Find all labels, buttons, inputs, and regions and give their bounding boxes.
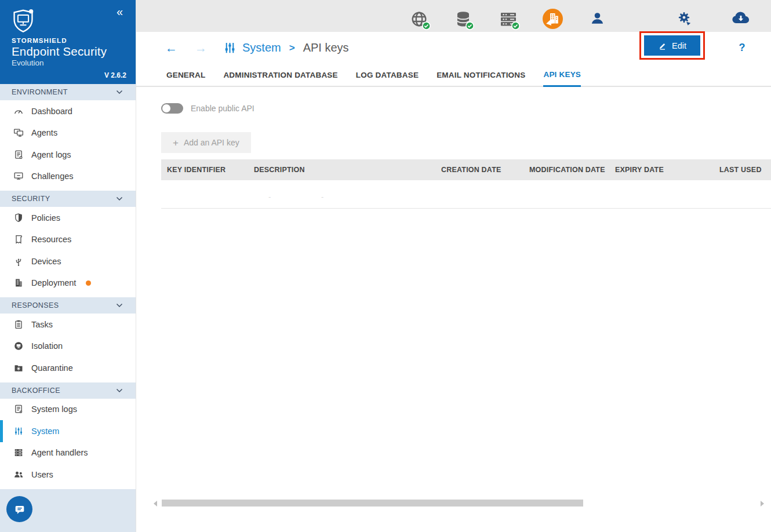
page-header: ← → System > API keys Edit ? [136,32,771,64]
feedback-chat-button[interactable] [6,496,32,522]
column-header-creation-date[interactable]: CREATION DATE [435,166,523,174]
scrollbar-thumb[interactable] [162,500,583,507]
chevron-down-icon [116,196,123,201]
server-icon [13,447,24,458]
section-backoffice[interactable]: BACKOFFICE [0,382,136,399]
sidebar-item-tasks[interactable]: Tasks [0,314,136,336]
system-sliders-icon [223,41,237,54]
tab-bar: GENERAL ADMINISTRATION DATABASE LOG DATA… [136,64,771,87]
tab-log-database[interactable]: LOG DATABASE [356,64,419,87]
tab-api-keys[interactable]: API KEYS [543,64,581,87]
section-environment[interactable]: ENVIRONMENT [0,84,136,100]
clipboard-icon [13,319,24,330]
brand-version: V 2.6.2 [104,71,126,79]
sidebar-item-label: Isolation [31,341,63,351]
cloud-download-icon[interactable] [731,10,751,28]
notification-dot [86,280,91,286]
chevron-down-icon [116,388,123,393]
breadcrumb-system[interactable]: System [242,41,281,54]
tab-administration-database[interactable]: ADMINISTRATION DATABASE [223,64,337,87]
edit-button[interactable]: Edit [644,35,700,56]
brand-block: « STORMSHIELD Endpoint Security Evolutio… [0,0,136,84]
help-button[interactable]: ? [736,42,748,54]
empty-cell-dash: - [268,192,271,201]
sidebar-item-quarantine[interactable]: Quarantine [0,357,136,379]
sidebar-item-label: Agent handlers [31,448,88,457]
column-header-last-used[interactable]: LAST USED [714,166,771,174]
building-icon [13,278,24,288]
sidebar-item-label: Agents [31,128,57,137]
sidebar-item-devices[interactable]: Devices [0,250,136,272]
tab-general[interactable]: GENERAL [166,64,205,87]
sidebar-item-label: System logs [31,405,77,414]
section-responses-items: Tasks Isolation Quarantine [0,314,136,382]
sidebar-item-agent-logs[interactable]: Agent logs [0,144,136,166]
chevron-down-icon [116,90,123,94]
document-gear-icon [13,404,24,414]
section-backoffice-items: System logs System Agent handlers Users [0,399,136,489]
forward-button[interactable]: → [195,42,207,54]
pencil-icon [658,41,667,50]
server-status-icon[interactable] [500,10,517,30]
sidebar-item-label: Deployment [31,278,76,287]
section-environment-items: Dashboard Agents Agent logs Challenges [0,100,136,191]
database-status-icon[interactable] [455,10,471,30]
section-security[interactable]: SECURITY [0,191,136,207]
sidebar-item-agent-handlers[interactable]: Agent handlers [0,442,136,464]
shield-icon [13,213,24,223]
sliders-icon [13,426,24,436]
sidebar-item-label: Tasks [31,320,53,329]
enable-public-api-toggle[interactable] [161,103,183,114]
collapse-sidebar-button[interactable]: « [117,6,123,17]
add-api-key-button[interactable]: + Add an API key [161,132,251,153]
sidebar-item-resources[interactable]: Resources [0,229,136,251]
sidebar: « STORMSHIELD Endpoint Security Evolutio… [0,0,136,532]
breadcrumb-separator: > [289,42,295,54]
user-icon[interactable] [590,10,605,28]
sidebar-item-isolation[interactable]: Isolation [0,336,136,358]
empty-cell-dash: - [321,192,323,201]
main-area: ← → System > API keys Edit ? GENERAL ADM… [136,0,771,532]
sidebar-item-label: Dashboard [31,107,72,116]
sidebar-item-label: Users [31,470,53,479]
services-gear-icon[interactable] [676,10,692,29]
scroll-right-arrow[interactable] [761,501,764,507]
deployment-alert-icon[interactable] [543,9,563,31]
back-button[interactable]: ← [165,42,177,54]
horizontal-scrollbar [154,500,764,507]
sidebar-item-label: Resources [31,235,71,244]
sidebar-item-deployment[interactable]: Deployment [0,272,136,294]
chat-bubble-icon [13,503,26,516]
column-header-key-identifier[interactable]: KEY IDENTIFIER [161,166,248,174]
plus-icon: + [173,138,179,148]
topbar [136,0,771,32]
status-ok-badge [465,21,474,32]
isolation-icon [13,341,24,351]
globe-status-icon[interactable] [410,10,428,30]
section-security-items: Policies Resources Devices Deployment [0,207,136,297]
sidebar-item-users[interactable]: Users [0,464,136,486]
column-header-expiry-date[interactable]: EXPIRY DATE [609,166,714,174]
status-ok-badge [511,21,520,32]
tab-email-notifications[interactable]: EMAIL NOTIFICATIONS [437,64,525,87]
section-responses[interactable]: RESPONSES [0,297,136,314]
monitor-icon [13,171,24,181]
edit-button-label: Edit [672,41,686,50]
sidebar-item-system-logs[interactable]: System logs [0,399,136,421]
brand-name: STORMSHIELD [12,37,125,44]
sidebar-item-label: Quarantine [31,363,73,373]
table-row-empty: - - [161,180,771,209]
column-header-description[interactable]: DESCRIPTION [248,166,435,174]
sidebar-item-agents[interactable]: Agents [0,122,136,144]
brand-edition: Evolution [12,59,125,67]
scroll-left-arrow[interactable] [154,501,157,507]
annotation-highlight: Edit [639,31,705,60]
sidebar-item-dashboard[interactable]: Dashboard [0,100,136,122]
document-log-icon [13,150,24,160]
column-header-modification-date[interactable]: MODIFICATION DATE [523,166,609,174]
sidebar-item-challenges[interactable]: Challenges [0,166,136,188]
chevron-down-icon [116,303,123,308]
sidebar-item-policies[interactable]: Policies [0,207,136,229]
sidebar-item-system[interactable]: System [0,420,136,442]
sidebar-nav: ENVIRONMENT Dashboard Agents Agent logs [0,84,136,489]
